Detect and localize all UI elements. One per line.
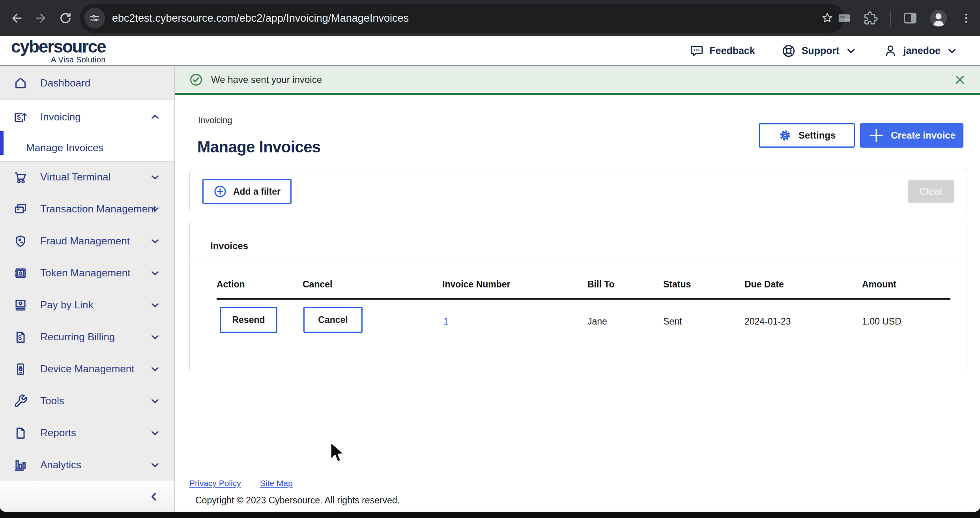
bookmark-star-icon[interactable] xyxy=(821,11,834,25)
sidebar-item-label: Pay by Link xyxy=(40,299,93,311)
create-invoice-label: Create invoice xyxy=(891,130,956,141)
cell-status: Sent xyxy=(663,316,682,327)
sidebar-item-token-management[interactable]: Token Management xyxy=(0,257,174,289)
profile-avatar[interactable] xyxy=(930,9,948,27)
screen: ebc2test.cybersource.com/ebc2/app/Invoic… xyxy=(0,0,980,518)
sidebar-item-fraud-management[interactable]: Fraud Management xyxy=(0,225,174,257)
user-menu[interactable]: janedoe xyxy=(883,43,958,58)
create-invoice-button[interactable]: Create invoice xyxy=(860,123,963,148)
invoices-panel: Invoices Action Cancel Invoice Number Bi… xyxy=(189,222,967,371)
settings-button[interactable]: Settings xyxy=(759,123,855,148)
invoices-section-title: Invoices xyxy=(210,240,248,251)
filter-panel: Add a filter Clear xyxy=(189,169,967,213)
wrench-icon xyxy=(13,394,28,408)
window-bottom-edge xyxy=(0,512,980,518)
payment-card-icon[interactable] xyxy=(837,11,851,25)
toolbar-divider xyxy=(890,10,891,26)
report-icon xyxy=(13,426,28,440)
sidebar-item-analytics[interactable]: Analytics xyxy=(0,449,174,481)
sidebar-item-virtual-terminal[interactable]: Virtual Terminal xyxy=(0,161,174,193)
invoice-number-link[interactable]: 1 xyxy=(443,316,449,327)
sidebar-item-invoicing[interactable]: $ Invoicing xyxy=(0,99,174,134)
sidebar-item-label: Invoicing xyxy=(40,111,81,123)
browser-menu-icon[interactable] xyxy=(959,11,973,25)
sidebar-item-transaction-management[interactable]: Transaction Management xyxy=(0,193,174,225)
logo-subtitle: A Visa Solution xyxy=(11,56,106,64)
cancel-row-button[interactable]: Cancel xyxy=(303,307,363,333)
chevron-down-icon xyxy=(149,363,161,375)
column-header-cancel: Cancel xyxy=(303,279,332,290)
column-header-invoice-number: Invoice Number xyxy=(442,279,511,290)
gear-icon xyxy=(778,128,792,143)
sidebar-item-device-management[interactable]: Device Management xyxy=(0,353,174,385)
add-filter-button[interactable]: Add a filter xyxy=(202,179,292,204)
feedback-label: Feedback xyxy=(709,45,755,56)
clear-filters-button[interactable]: Clear xyxy=(908,180,954,203)
banner-message: We have sent your invoice xyxy=(211,74,322,85)
extensions-icon[interactable] xyxy=(863,11,878,26)
chevron-down-icon xyxy=(946,45,958,57)
support-label: Support xyxy=(802,45,840,56)
support-menu[interactable]: Support xyxy=(781,43,857,58)
column-header-amount: Amount xyxy=(862,279,896,290)
column-header-action: Action xyxy=(217,279,245,290)
plus-icon xyxy=(868,127,885,144)
sidebar-item-reports[interactable]: Reports xyxy=(0,417,174,449)
sidebar-collapse-button[interactable] xyxy=(0,481,174,512)
resend-button[interactable]: Resend xyxy=(220,307,277,333)
column-header-due-date: Due Date xyxy=(744,279,784,290)
browser-toolbar: ebc2test.cybersource.com/ebc2/app/Invoic… xyxy=(0,0,980,36)
sidebar-item-label: Recurring Billing xyxy=(40,331,115,343)
url-text[interactable]: ebc2test.cybersource.com/ebc2/app/Invoic… xyxy=(112,12,409,24)
divider xyxy=(190,261,967,261)
sidebar-item-manage-invoices[interactable]: Manage Invoices xyxy=(0,134,174,161)
chevron-down-icon xyxy=(149,459,161,471)
sidebar-item-label: Reports xyxy=(40,427,76,439)
sidebar-item-pay-by-link[interactable]: Pay by Link xyxy=(0,289,174,321)
sidebar-item-tools[interactable]: Tools xyxy=(0,385,174,417)
forward-icon[interactable] xyxy=(30,7,52,29)
sidebar-item-label: Transaction Management xyxy=(40,203,156,215)
site-settings-icon[interactable] xyxy=(84,8,105,28)
sidebar-item-label: Analytics xyxy=(40,459,81,471)
add-filter-label: Add a filter xyxy=(233,186,281,197)
feedback-button[interactable]: Feedback xyxy=(690,44,755,58)
chevron-down-icon xyxy=(149,395,161,407)
chevron-down-icon xyxy=(149,203,161,215)
sidebar: Dashboard $ Invoicing Manage Invoices Vi… xyxy=(0,66,175,512)
privacy-policy-link[interactable]: Privacy Policy xyxy=(189,479,241,488)
cybersource-logo[interactable]: cybersource A Visa Solution xyxy=(11,38,106,64)
chevron-down-icon xyxy=(149,235,161,247)
cell-due-date: 2024-01-23 xyxy=(744,316,791,327)
user-icon xyxy=(883,43,898,58)
sidebar-item-recurring-billing[interactable]: $ Recurring Billing xyxy=(0,321,174,353)
breadcrumb[interactable]: Invoicing xyxy=(198,115,232,126)
back-icon[interactable] xyxy=(6,7,28,29)
cell-bill-to: Jane xyxy=(587,316,607,327)
url-bar[interactable]: ebc2test.cybersource.com/ebc2/app/Invoic… xyxy=(80,4,844,33)
sidebar-item-label: Tools xyxy=(40,395,64,407)
check-circle-icon xyxy=(189,73,203,87)
chevron-down-icon xyxy=(149,171,161,183)
sidebar-item-dashboard[interactable]: Dashboard xyxy=(0,66,174,99)
chevron-down-icon xyxy=(149,299,161,311)
browser-window: ebc2test.cybersource.com/ebc2/app/Invoic… xyxy=(0,0,980,512)
home-icon xyxy=(13,76,28,90)
pay-link-icon xyxy=(13,298,28,312)
header-controls: Feedback Support janedoe xyxy=(690,43,980,58)
chevron-up-icon xyxy=(149,111,161,123)
footer-links: Privacy Policy Site Map xyxy=(189,479,293,488)
feedback-bubble-icon xyxy=(690,44,704,58)
reload-icon[interactable] xyxy=(54,7,77,29)
close-icon[interactable] xyxy=(954,74,966,86)
vault-icon xyxy=(13,266,28,280)
logo-wordmark: cybersource xyxy=(11,38,106,55)
sidebar-item-label: Device Management xyxy=(40,363,134,375)
settings-label: Settings xyxy=(799,130,836,141)
sidebar-item-label: Token Management xyxy=(40,267,130,279)
site-map-link[interactable]: Site Map xyxy=(260,479,293,488)
sidebar-item-label: Dashboard xyxy=(40,77,90,89)
support-lifesaver-icon xyxy=(781,43,796,58)
copyright-text: Copyright © 2023 Cybersource. All rights… xyxy=(195,495,400,506)
side-panel-icon[interactable] xyxy=(903,11,918,26)
